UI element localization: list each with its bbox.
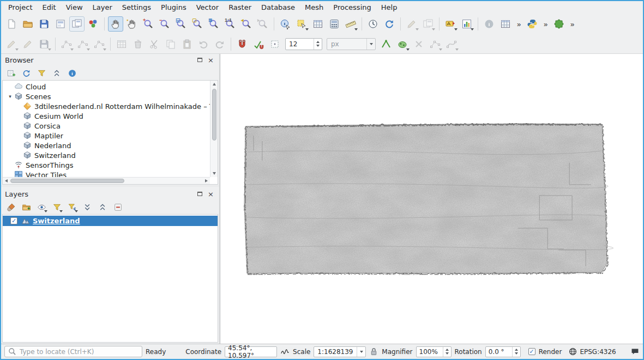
spin-up-icon[interactable] xyxy=(316,41,320,43)
labeling-options-button[interactable] xyxy=(443,16,458,32)
layers-close-button[interactable]: × xyxy=(206,190,215,199)
toolbar-overflow-1-button[interactable]: » xyxy=(514,16,523,32)
browser-close-button[interactable]: × xyxy=(206,56,215,65)
browser-item-cloud[interactable]: Cloud xyxy=(3,82,210,91)
scale-combo[interactable]: 1:1628139 xyxy=(314,346,366,357)
toolbar-overflow-3-button[interactable]: » xyxy=(568,16,577,32)
new-print-layout-button[interactable] xyxy=(53,16,68,32)
filter-by-expression-button[interactable] xyxy=(65,200,79,213)
extents-toggle-icon[interactable] xyxy=(280,347,290,356)
browser-item-switzerland[interactable]: Switzerland xyxy=(3,150,210,160)
browser-item-maptiler[interactable]: Maptiler xyxy=(3,131,210,141)
scroll-down-icon[interactable] xyxy=(213,172,216,175)
horizontal-scroll-thumb[interactable] xyxy=(10,179,124,183)
snapping-tolerance-spinbox[interactable]: 12 xyxy=(285,38,322,50)
map-canvas[interactable] xyxy=(221,54,643,344)
multiedit-attributes-button[interactable] xyxy=(114,36,129,52)
menu-view[interactable]: View xyxy=(61,2,88,13)
cut-features-button[interactable] xyxy=(147,36,162,52)
delete-selected-button[interactable] xyxy=(130,36,146,52)
cad-construction-button[interactable] xyxy=(395,36,410,52)
spin-up-icon[interactable] xyxy=(446,349,449,351)
combo-dropdown[interactable] xyxy=(366,39,375,50)
scroll-left-icon[interactable] xyxy=(5,179,8,182)
zoom-full-extent-button[interactable]: ◱ xyxy=(173,16,189,32)
menu-processing[interactable]: Processing xyxy=(328,2,376,13)
annotation-options-button[interactable] xyxy=(420,16,436,32)
spin-buttons[interactable] xyxy=(314,39,322,50)
lock-scale-icon[interactable] xyxy=(369,347,378,356)
python-console-button[interactable] xyxy=(525,16,540,32)
browser-item-cesium-world[interactable]: Cesium World xyxy=(3,111,210,121)
refresh-browser-button[interactable] xyxy=(20,66,33,80)
collapse-all-layers-button[interactable] xyxy=(96,200,109,213)
refresh-map-button[interactable] xyxy=(382,16,397,32)
spin-buttons[interactable] xyxy=(512,347,520,357)
undo-button[interactable] xyxy=(196,36,211,52)
messages-icon[interactable] xyxy=(630,347,640,356)
browser-item-3dtilesnederland-nl-rotterdam-wilhelminakade-textu[interactable]: 3dtilesnederland.nl Rotterdam Wilhelmina… xyxy=(3,101,210,111)
copy-features-button[interactable] xyxy=(163,36,178,52)
add-feature-button[interactable] xyxy=(75,36,91,52)
remove-layer-button[interactable] xyxy=(111,200,124,213)
manage-plugins-button[interactable] xyxy=(551,16,567,32)
browser-vertical-scrollbar[interactable] xyxy=(210,81,218,177)
new-project-button[interactable] xyxy=(4,16,19,32)
browser-float-button[interactable] xyxy=(195,56,204,65)
scale-dropdown[interactable] xyxy=(357,347,365,357)
open-layer-styling-button[interactable] xyxy=(4,200,17,213)
save-edits-button[interactable] xyxy=(37,36,52,52)
pan-map-button[interactable] xyxy=(108,16,123,32)
identify-features-button[interactable] xyxy=(278,16,293,32)
zoom-native-button[interactable]: 1:1 xyxy=(222,16,238,32)
statistics-panel-button[interactable] xyxy=(498,16,513,32)
spin-buttons[interactable] xyxy=(443,347,451,357)
save-project-button[interactable] xyxy=(37,16,52,32)
render-checkbox[interactable]: ✓ xyxy=(528,348,535,355)
manage-map-themes-button[interactable] xyxy=(35,200,48,213)
zoom-to-layer-button[interactable]: ≣ xyxy=(206,16,221,32)
current-edits-button[interactable] xyxy=(4,36,19,52)
metasearch-button[interactable] xyxy=(482,16,497,32)
menu-plugins[interactable]: Plugins xyxy=(156,2,191,13)
rotation-spinbox[interactable]: 0.0 ° xyxy=(485,346,521,357)
scroll-right-icon[interactable] xyxy=(205,179,208,182)
circular-string-button[interactable] xyxy=(444,36,459,52)
collapse-expander-icon[interactable]: ▾ xyxy=(6,94,14,99)
redo-button[interactable] xyxy=(212,36,227,52)
browser-item-sensorthings[interactable]: SensorThings xyxy=(3,160,210,170)
layer-item-switzerland[interactable]: ✓Switzerland xyxy=(3,216,218,226)
zoom-in-button[interactable]: + xyxy=(141,16,156,32)
move-feature-button[interactable] xyxy=(428,36,443,52)
browser-item-corsica[interactable]: Corsica xyxy=(3,121,210,131)
crs-status[interactable]: EPSG:4326 xyxy=(568,347,616,356)
menu-database[interactable]: Database xyxy=(256,2,300,13)
show-layout-manager-button[interactable] xyxy=(69,16,85,32)
locate-search[interactable] xyxy=(4,346,142,357)
spin-down-icon[interactable] xyxy=(446,352,449,355)
zoom-to-selection-button[interactable]: ▢ xyxy=(190,16,205,32)
zoom-last-button[interactable]: ◂ xyxy=(239,16,254,32)
coordinate-input[interactable]: 45.54°, 10.597° xyxy=(225,346,277,357)
browser-item-vector-tiles[interactable]: Vector Tiles xyxy=(3,170,210,177)
snapping-type-button[interactable] xyxy=(267,36,282,52)
paste-features-button[interactable] xyxy=(179,36,195,52)
field-calculator-button[interactable] xyxy=(327,16,342,32)
new-annotation-button[interactable] xyxy=(404,16,419,32)
browser-item-nederland[interactable]: Nederland xyxy=(3,141,210,150)
zoom-next-button[interactable]: ▸ xyxy=(255,16,270,32)
filter-browser-button[interactable] xyxy=(35,66,48,80)
toggle-editing-button[interactable] xyxy=(20,36,35,52)
filter-legend-button[interactable] xyxy=(50,200,63,213)
style-manager-button[interactable] xyxy=(86,16,101,32)
enable-advanced-digitizing-button[interactable] xyxy=(378,36,394,52)
pan-to-selection-button[interactable]: ▪ xyxy=(124,16,140,32)
delete-vertex-button[interactable] xyxy=(411,36,426,52)
browser-horizontal-scrollbar[interactable] xyxy=(3,177,210,184)
add-selected-layers-button[interactable] xyxy=(4,66,17,80)
show-properties-widget-button[interactable] xyxy=(65,66,79,80)
locate-input[interactable] xyxy=(20,348,139,356)
expand-all-layers-button[interactable] xyxy=(81,200,94,213)
layers-float-button[interactable] xyxy=(195,190,204,199)
open-project-button[interactable] xyxy=(20,16,35,32)
